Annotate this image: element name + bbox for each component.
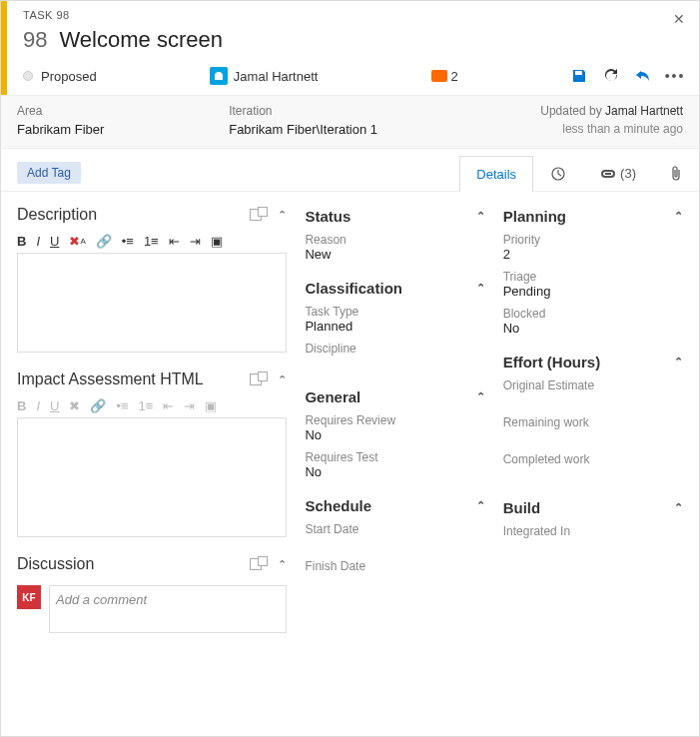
triage-value[interactable]: Pending <box>503 284 683 299</box>
state-field[interactable]: Proposed <box>23 69 97 84</box>
impact-editor[interactable] <box>17 417 287 537</box>
outdent-icon[interactable]: ⇤ <box>169 234 180 249</box>
tabs: Details (3) <box>459 155 699 191</box>
iteration-field[interactable]: Iteration Fabrikam Fiber\Iteration 1 <box>229 104 430 140</box>
completed-work-value[interactable] <box>503 466 683 481</box>
tab-history[interactable] <box>533 155 583 191</box>
discussion-controls: ⌃ <box>250 558 287 571</box>
discussion-row: KF Add a comment <box>17 585 287 633</box>
schedule-group: Schedule⌃ Start Date Finish Date <box>305 497 484 588</box>
original-estimate-label: Original Estimate <box>503 378 683 392</box>
classification-title[interactable]: Classification⌃ <box>305 280 484 297</box>
start-date-label: Start Date <box>305 522 484 536</box>
collapse-icon[interactable]: ⌃ <box>278 209 287 222</box>
numbered-list-icon[interactable]: 1≡ <box>139 398 154 413</box>
reason-value[interactable]: New <box>305 247 484 262</box>
build-title[interactable]: Build⌃ <box>503 499 683 516</box>
image-icon[interactable]: ▣ <box>211 234 223 249</box>
maximize-icon[interactable] <box>250 373 272 385</box>
current-user-avatar: KF <box>17 585 41 609</box>
priority-value[interactable]: 2 <box>503 247 683 262</box>
updated-when: less than a minute ago <box>440 122 683 136</box>
work-item-header: TASK 98 ✕ 98 Welcome screen Proposed Jam… <box>1 1 699 95</box>
link-tool-icon[interactable]: 🔗 <box>96 234 112 249</box>
description-editor[interactable] <box>17 253 287 353</box>
description-title: Description <box>17 206 97 224</box>
speech-bubble-icon <box>431 70 447 82</box>
bold-icon[interactable]: B <box>17 398 26 413</box>
blocked-label: Blocked <box>503 307 683 321</box>
main-content: Description ⌃ B I U ✖A 🔗 •≡ 1≡ ⇤ ⇥ ▣ Imp… <box>1 192 699 727</box>
remaining-work-value[interactable] <box>503 429 683 444</box>
work-item-title[interactable]: Welcome screen <box>59 27 222 53</box>
general-group: General⌃ Requires Review No Requires Tes… <box>305 388 484 479</box>
schedule-title[interactable]: Schedule⌃ <box>305 497 484 514</box>
tab-details[interactable]: Details <box>459 156 533 192</box>
save-icon[interactable] <box>571 68 587 84</box>
comments-indicator[interactable]: 2 <box>431 69 458 84</box>
impact-controls: ⌃ <box>250 373 287 386</box>
clear-format-icon[interactable]: ✖A <box>69 234 85 249</box>
collapse-icon[interactable]: ⌃ <box>278 373 287 386</box>
integrated-in-value[interactable] <box>503 538 683 553</box>
collapse-icon[interactable]: ⌃ <box>278 558 287 571</box>
italic-icon[interactable]: I <box>36 398 40 413</box>
close-icon[interactable]: ✕ <box>673 11 685 27</box>
indent-icon[interactable]: ⇥ <box>184 398 195 413</box>
triage-label: Triage <box>503 270 683 284</box>
assignee-name: Jamal Hartnett <box>234 69 319 84</box>
refresh-icon[interactable] <box>603 68 619 84</box>
italic-icon[interactable]: I <box>36 234 40 249</box>
underline-icon[interactable]: U <box>50 398 59 413</box>
area-field[interactable]: Area Fabrikam Fiber <box>17 104 219 140</box>
requires-review-value[interactable]: No <box>305 427 484 442</box>
outdent-icon[interactable]: ⇤ <box>163 398 174 413</box>
impact-title: Impact Assessment HTML <box>17 370 204 388</box>
work-item-id: 98 <box>23 27 47 53</box>
link-tool-icon[interactable]: 🔗 <box>90 398 106 413</box>
general-title[interactable]: General⌃ <box>305 388 484 405</box>
area-value: Fabrikam Fiber <box>17 122 219 137</box>
requires-test-label: Requires Test <box>305 450 484 464</box>
comment-count: 2 <box>451 69 458 84</box>
requires-test-value[interactable]: No <box>305 464 484 479</box>
status-group: Status⌃ Reason New <box>305 208 484 262</box>
status-title[interactable]: Status⌃ <box>305 208 484 225</box>
priority-label: Priority <box>503 233 683 247</box>
underline-icon[interactable]: U <box>50 234 59 249</box>
clear-format-icon[interactable]: ✖ <box>69 398 80 413</box>
mid-column: Status⌃ Reason New Classification⌃ Task … <box>305 206 484 713</box>
undo-icon[interactable] <box>635 68 651 84</box>
maximize-icon[interactable] <box>250 209 272 221</box>
area-label: Area <box>17 104 219 118</box>
description-toolbar: B I U ✖A 🔗 •≡ 1≡ ⇤ ⇥ ▣ <box>17 230 287 253</box>
tab-links-count: (3) <box>620 166 636 181</box>
effort-title[interactable]: Effort (Hours)⌃ <box>503 354 683 370</box>
comment-input[interactable]: Add a comment <box>49 585 287 633</box>
assignee-field[interactable]: Jamal Hartnett <box>210 67 319 85</box>
chevron-up-icon: ⌃ <box>476 210 485 223</box>
image-icon[interactable]: ▣ <box>205 398 217 413</box>
indent-icon[interactable]: ⇥ <box>190 234 201 249</box>
bulleted-list-icon[interactable]: •≡ <box>116 398 128 413</box>
discipline-value[interactable] <box>305 356 484 370</box>
info-row: Proposed Jamal Hartnett 2 ••• <box>23 67 683 95</box>
left-column: Description ⌃ B I U ✖A 🔗 •≡ 1≡ ⇤ ⇥ ▣ Imp… <box>17 206 287 713</box>
finish-date-value[interactable] <box>305 573 484 588</box>
tab-attachments[interactable] <box>653 155 699 191</box>
original-estimate-value[interactable] <box>503 392 683 407</box>
blocked-value[interactable]: No <box>503 321 683 336</box>
start-date-value[interactable] <box>305 536 484 551</box>
more-actions-icon[interactable]: ••• <box>667 68 683 84</box>
numbered-list-icon[interactable]: 1≡ <box>144 234 159 249</box>
state-text: Proposed <box>41 69 97 84</box>
maximize-icon[interactable] <box>250 558 272 570</box>
add-tag-button[interactable]: Add Tag <box>17 162 81 184</box>
state-dot-icon <box>23 71 33 81</box>
bold-icon[interactable]: B <box>17 234 26 249</box>
tab-links[interactable]: (3) <box>583 155 653 191</box>
bulleted-list-icon[interactable]: •≡ <box>122 234 134 249</box>
planning-title[interactable]: Planning⌃ <box>503 208 683 225</box>
tab-details-label: Details <box>476 167 516 182</box>
task-type-value[interactable]: Planned <box>305 319 484 334</box>
